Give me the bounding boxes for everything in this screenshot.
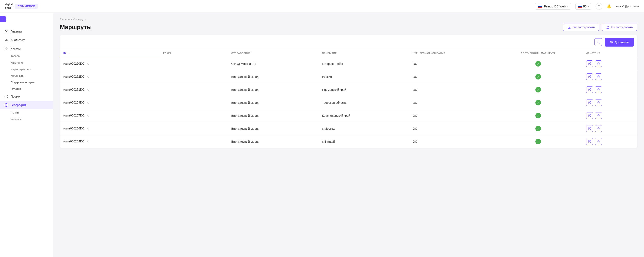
col-header-to[interactable]: ПРИБЫТИЕ	[318, 49, 409, 57]
edit-button-6[interactable]	[586, 138, 593, 145]
sidebar-item-categories[interactable]: Категории	[0, 59, 53, 66]
copy-id-icon-1[interactable]: ⧉	[86, 75, 90, 79]
route-id-5: route000266DC	[63, 127, 84, 130]
logo-area: digital chief_ COMMERCE	[5, 3, 38, 10]
cell-id-4: route000267DC ⧉	[60, 109, 160, 122]
table-row: route000269DC ⧉ Виртуальный склад Тверск…	[60, 96, 637, 109]
market-selector[interactable]: Рынок: DC Web ▾	[535, 3, 571, 10]
logo-text: digital chief_	[5, 3, 12, 10]
copy-id-icon-6[interactable]: ⧉	[86, 140, 90, 144]
commerce-badge: COMMERCE	[15, 4, 38, 9]
cell-to-3: Тверская область	[318, 96, 409, 109]
cell-to-0: г. Борисоглебск	[318, 57, 409, 70]
sidebar-item-products[interactable]: Товары	[0, 53, 53, 59]
col-header-id[interactable]: ID ↓	[60, 49, 160, 57]
routes-table-container: ⊕ Добавить ID ↓ КЛЮЧ	[60, 35, 637, 148]
cell-from-6: Виртуальный склад	[228, 135, 318, 148]
availability-status-icon-4: ✓	[536, 113, 541, 118]
add-icon: ⊕	[610, 40, 613, 44]
add-button[interactable]: ⊕ Добавить	[605, 38, 634, 46]
edit-button-4[interactable]	[586, 112, 593, 119]
cell-availability-1: ✓	[494, 70, 583, 83]
col-header-from[interactable]: ОТПРАВЛЕНИЕ	[228, 49, 318, 57]
availability-status-icon-5: ✓	[536, 126, 541, 131]
route-id-6: route000264DC	[63, 140, 84, 143]
header-actions: Экспортировать Импортировать	[563, 24, 637, 31]
route-id-1: route000272DC	[63, 75, 84, 78]
sidebar-item-collections[interactable]: Коллекции	[0, 72, 53, 79]
cell-company-3: DC	[409, 96, 494, 109]
table-toolbar: ⊕ Добавить	[60, 35, 637, 49]
sidebar-item-catalog-label: Каталог	[11, 47, 22, 50]
copy-id-icon-3[interactable]: ⧉	[86, 101, 90, 104]
delete-button-4[interactable]	[595, 112, 602, 119]
market-label: Рынок: DC Web	[544, 5, 566, 8]
col-header-key[interactable]: КЛЮЧ	[160, 49, 228, 57]
availability-status-icon-2: ✓	[536, 87, 541, 92]
delete-button-0[interactable]	[595, 60, 602, 67]
svg-rect-4	[7, 47, 8, 48]
cell-actions-5	[583, 122, 637, 135]
cell-from-0: Склад Москва 2-1	[228, 57, 318, 70]
lang-chevron-icon: ▾	[588, 5, 589, 8]
edit-button-3[interactable]	[586, 99, 593, 106]
help-button[interactable]: ?	[596, 3, 602, 10]
sidebar-item-analytics-label: Аналитика	[11, 38, 25, 42]
breadcrumb-home[interactable]: Главная	[60, 18, 70, 21]
lang-flag-icon	[578, 5, 582, 8]
svg-rect-5	[5, 49, 6, 50]
delete-button-6[interactable]	[595, 138, 602, 145]
edit-button-2[interactable]	[586, 86, 593, 93]
sidebar-item-stock[interactable]: Остатки	[0, 86, 53, 92]
delete-button-5[interactable]	[595, 125, 602, 132]
cell-actions-6	[583, 135, 637, 148]
cell-to-5: г. Москва	[318, 122, 409, 135]
cell-from-3: Виртуальный склад	[228, 96, 318, 109]
catalog-icon	[4, 46, 8, 50]
col-header-availability[interactable]: ДОСТУПНОСТЬ МАРШРУТА	[494, 49, 583, 57]
chevron-down-icon: ▾	[567, 5, 568, 8]
sidebar-item-analytics[interactable]: Аналитика	[0, 36, 53, 44]
col-header-actions: ДЕЙСТВИЯ	[583, 49, 637, 57]
edit-button-0[interactable]	[586, 60, 593, 67]
delete-button-2[interactable]	[595, 86, 602, 93]
app-container: digital chief_ COMMERCE Рынок: DC Web ▾ …	[0, 0, 644, 257]
cell-company-5: DC	[409, 122, 494, 135]
copy-id-icon-4[interactable]: ⧉	[86, 114, 90, 118]
cell-id-2: route000271DC ⧉	[60, 83, 160, 96]
sidebar-item-markets[interactable]: Рынки	[0, 109, 53, 116]
cell-id-5: route000266DC ⧉	[60, 122, 160, 135]
sidebar-item-geography[interactable]: География	[0, 101, 53, 109]
copy-id-icon-0[interactable]: ⧉	[86, 62, 90, 66]
lang-selector[interactable]: РУ ▾	[575, 3, 591, 10]
sidebar-item-giftcards[interactable]: Подарочные карты	[0, 79, 53, 86]
lang-label: РУ	[583, 5, 587, 8]
copy-id-icon-5[interactable]: ⧉	[86, 127, 90, 130]
svg-rect-6	[7, 49, 8, 50]
edit-button-1[interactable]	[586, 73, 593, 80]
cell-company-4: DC	[409, 109, 494, 122]
sidebar-item-promo[interactable]: Промо	[0, 92, 53, 101]
cell-availability-4: ✓	[494, 109, 583, 122]
breadcrumb-current: Маршруты	[73, 18, 86, 21]
routes-table: ID ↓ КЛЮЧ ОТПРАВЛЕНИЕ ПРИБЫТИЕ	[60, 49, 637, 148]
edit-button-5[interactable]	[586, 125, 593, 132]
notifications-bell-icon[interactable]: 🔔	[606, 4, 611, 9]
delete-button-3[interactable]	[595, 99, 602, 106]
cell-key-1	[160, 70, 228, 83]
cell-id-0: route000290DC ⧉	[60, 57, 160, 70]
table-header-row: ID ↓ КЛЮЧ ОТПРАВЛЕНИЕ ПРИБЫТИЕ	[60, 49, 637, 57]
table-row: route000264DC ⧉ Виртуальный склад г. Вал…	[60, 135, 637, 148]
cell-actions-0	[583, 57, 637, 70]
sidebar-item-home[interactable]: Главная	[0, 27, 53, 36]
col-header-company[interactable]: КУРЬЕРСКАЯ КОМПАНИЯ	[409, 49, 494, 57]
sidebar-item-catalog[interactable]: Каталог	[0, 44, 53, 53]
export-button[interactable]: Экспортировать	[563, 24, 599, 31]
sidebar-collapse-button[interactable]: ‹	[0, 16, 6, 22]
delete-button-1[interactable]	[595, 73, 602, 80]
copy-id-icon-2[interactable]: ⧉	[86, 88, 90, 92]
import-button[interactable]: Импортировать	[602, 24, 637, 31]
sidebar-item-regions[interactable]: Регионы	[0, 116, 53, 122]
search-button[interactable]	[594, 38, 602, 46]
sidebar-item-attributes[interactable]: Характеристики	[0, 66, 53, 72]
